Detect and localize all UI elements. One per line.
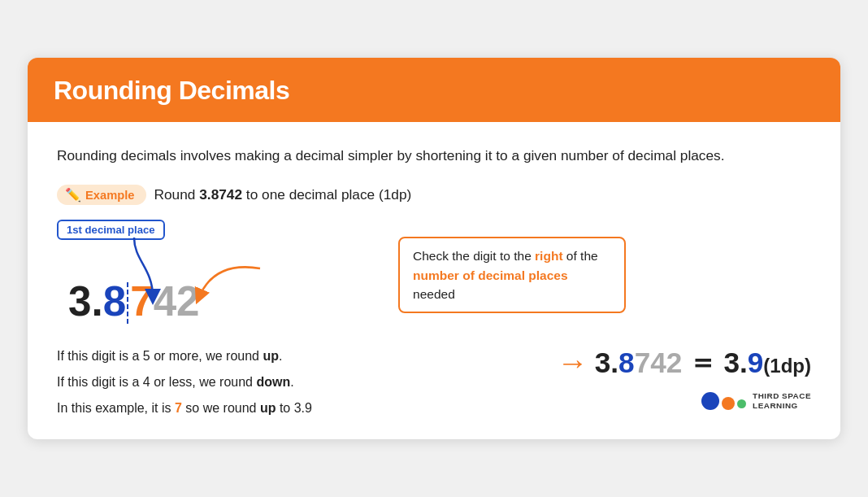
content-section: Rounding decimals involves making a deci…	[28, 122, 840, 440]
rule3-post: to 3.9	[276, 401, 311, 415]
pencil-icon: ✏️	[65, 187, 81, 203]
example-row: ✏️ Example Round 3.8742 to one decimal p…	[57, 185, 811, 205]
example-text: Round 3.8742 to one decimal place (1dp)	[154, 186, 412, 203]
logo-circle-orange	[722, 397, 735, 410]
result-arrow: →	[557, 345, 588, 381]
rule3-orange: 7	[175, 401, 182, 415]
rule3-mid: so we round	[182, 401, 260, 415]
example-badge-label: Example	[85, 189, 135, 202]
logo-area: THIRD SPACE LEARNING	[701, 391, 811, 411]
info-text-after: needed	[413, 287, 455, 301]
digit-before-decimal: 3.	[68, 277, 103, 325]
digit-8: 8	[103, 277, 126, 325]
digit-7: 7	[130, 277, 153, 325]
main-card: Rounding Decimals Rounding decimals invo…	[28, 58, 840, 440]
logo-line1: THIRD SPACE	[753, 391, 811, 401]
dashed-separator	[127, 282, 129, 324]
rule-line-1: If this digit is a 5 or more, we round u…	[57, 343, 312, 369]
rule1-bold: up	[263, 349, 279, 363]
logo-circle-blue	[701, 392, 719, 410]
result-right-num: 3.9(1dp)	[723, 347, 811, 379]
rule2-pre: If this digit is a 4 or less, we round	[57, 375, 256, 389]
logo-text: THIRD SPACE LEARNING	[753, 391, 811, 411]
rule1-post: .	[279, 349, 282, 363]
diagram-area: 1st decimal place 3.8742	[57, 220, 811, 325]
rule1-pre: If this digit is a 5 or more, we round	[57, 349, 263, 363]
rules-text: If this digit is a 5 or more, we round u…	[57, 343, 312, 421]
example-badge: ✏️ Example	[57, 185, 146, 205]
rule-line-3: In this example, it is 7 so we round up …	[57, 395, 312, 421]
logo-circles	[701, 392, 746, 410]
info-right-word: right	[535, 249, 562, 263]
logo-line2: LEARNING	[753, 401, 811, 411]
intro-text: Rounding decimals involves making a deci…	[57, 145, 811, 168]
digit-2: 2	[176, 277, 199, 325]
result-equation: → 3.8742 ＝ 3.9(1dp)	[557, 343, 811, 381]
digit-4: 4	[154, 277, 176, 325]
info-text-before: Check the digit to the	[413, 249, 535, 263]
info-box: Check the digit to the right of the numb…	[398, 237, 626, 313]
header-section: Rounding Decimals	[28, 58, 840, 122]
result-equals: ＝	[688, 343, 717, 381]
decimal-place-label: 1st decimal place	[57, 220, 165, 240]
big-number-display: 3.8742	[68, 277, 200, 325]
diagram-left: 1st decimal place 3.8742	[57, 220, 358, 325]
info-text-middle: of the	[563, 249, 598, 263]
result-area: → 3.8742 ＝ 3.9(1dp)	[557, 343, 811, 411]
info-dp-phrase: number of decimal places	[413, 268, 568, 282]
result-left-num: 3.8742	[595, 347, 683, 379]
page-title: Rounding Decimals	[54, 76, 814, 106]
logo-circle-green	[737, 399, 746, 408]
rule2-bold: down	[256, 375, 290, 389]
rule3-bold: up	[260, 401, 276, 415]
rule3-pre: In this example, it is	[57, 401, 175, 415]
rule2-post: .	[290, 375, 293, 389]
lower-section: If this digit is a 5 or more, we round u…	[57, 343, 811, 421]
rule-line-2: If this digit is a 4 or less, we round d…	[57, 369, 312, 395]
